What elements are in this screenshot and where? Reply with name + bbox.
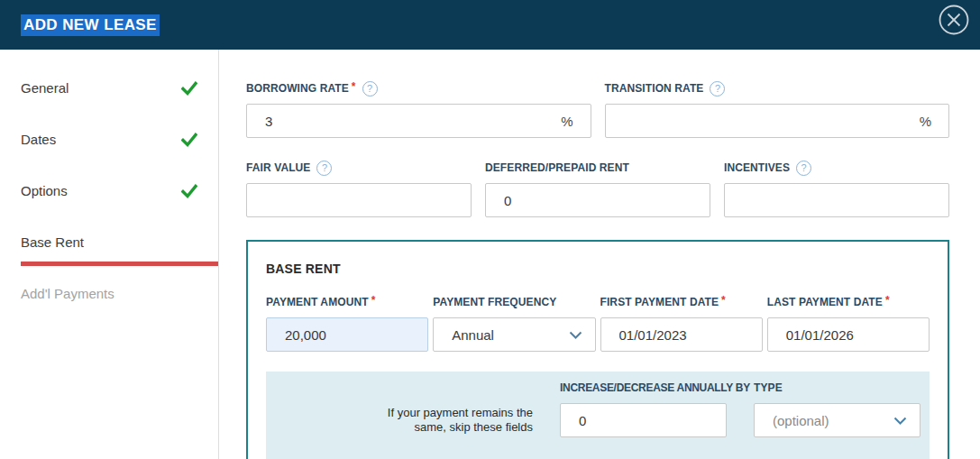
transition-rate-field: TRANSITION RATE ? % [605, 81, 950, 138]
help-icon[interactable]: ? [362, 81, 378, 96]
required-asterisk: * [721, 294, 726, 307]
help-icon[interactable]: ? [316, 161, 332, 176]
required-asterisk: * [885, 294, 890, 307]
type-select[interactable]: (optional) [754, 403, 920, 437]
incentives-label: INCENTIVES [724, 161, 790, 174]
sidebar-item-label: General [21, 80, 181, 96]
type-field: TYPE (optional) [754, 381, 920, 453]
transition-rate-input[interactable] [605, 104, 950, 138]
chevron-down-icon [893, 417, 907, 425]
close-button[interactable] [937, 4, 971, 38]
fair-value-field: FAIR VALUE ? [246, 161, 472, 217]
selected-value: (optional) [773, 413, 893, 428]
check-icon [181, 133, 197, 147]
fair-value-input[interactable] [246, 183, 472, 217]
check-icon [181, 81, 197, 96]
incentives-field: INCENTIVES ? [724, 161, 949, 217]
payment-amount-input[interactable] [266, 317, 428, 352]
increase-decrease-input[interactable] [560, 403, 727, 437]
percent-suffix: % [920, 114, 931, 129]
first-payment-date-field: FIRST PAYMENT DATE * [600, 295, 763, 352]
payment-frequency-field: PAYMENT FREQUENCY Annual [433, 295, 595, 352]
sidebar-item-label: Dates [21, 132, 181, 147]
borrowing-rate-field: BORROWING RATE * ? % [246, 81, 591, 138]
help-icon[interactable]: ? [710, 81, 725, 96]
fair-value-label: FAIR VALUE [246, 161, 310, 174]
sidebar-item-label: Base Rent [21, 234, 197, 250]
payment-amount-field: PAYMENT AMOUNT * [266, 295, 428, 352]
escalation-helper: If your payment remains the same, skip t… [284, 381, 533, 453]
payment-frequency-select[interactable]: Annual [433, 317, 595, 352]
sidebar: General Dates Options Base Rent Add'l Pa… [0, 50, 219, 459]
sidebar-item-dates[interactable]: Dates [0, 114, 218, 165]
sidebar-item-options[interactable]: Options [0, 165, 218, 216]
increase-decrease-field: INCREASE/DECREASE ANNUALLY BY [560, 381, 727, 453]
escalation-helper-text: If your payment remains the same, skip t… [378, 406, 533, 435]
borrowing-rate-label: BORROWING RATE [246, 82, 349, 95]
last-payment-date-label: LAST PAYMENT DATE [767, 296, 883, 308]
help-icon[interactable]: ? [796, 161, 811, 176]
transition-rate-label: TRANSITION RATE [605, 82, 704, 95]
borrowing-rate-input[interactable] [246, 104, 591, 138]
close-icon [938, 4, 970, 36]
sidebar-item-addl-payments[interactable]: Add'l Payments [0, 268, 218, 319]
required-asterisk: * [352, 80, 356, 93]
sidebar-item-base-rent[interactable]: Base Rent [0, 216, 218, 268]
payment-frequency-label: PAYMENT FREQUENCY [433, 296, 556, 308]
base-rent-section-title: BASE RENT [266, 262, 930, 276]
escalation-panel: If your payment remains the same, skip t… [266, 372, 930, 459]
first-payment-date-label: FIRST PAYMENT DATE [600, 296, 719, 308]
check-icon [181, 184, 197, 198]
first-payment-date-input[interactable] [600, 317, 763, 352]
sidebar-item-label: Options [21, 183, 181, 198]
deferred-prepaid-rent-field: DEFERRED/PREPAID RENT [485, 161, 710, 217]
selected-value: Annual [452, 327, 568, 343]
sidebar-item-general[interactable]: General [0, 62, 218, 114]
type-label: TYPE [754, 381, 783, 394]
deferred-prepaid-rent-label: DEFERRED/PREPAID RENT [485, 161, 629, 174]
incentives-input[interactable] [724, 183, 949, 217]
increase-decrease-label: INCREASE/DECREASE ANNUALLY BY [560, 381, 750, 394]
required-asterisk: * [371, 294, 376, 307]
deferred-prepaid-rent-input[interactable] [485, 183, 710, 217]
dialog-header: ADD NEW LEASE [0, 0, 980, 50]
dialog-title: ADD NEW LEASE [21, 14, 160, 36]
payment-amount-label: PAYMENT AMOUNT [266, 296, 369, 308]
chevron-down-icon [569, 331, 582, 339]
form-content: BORROWING RATE * ? % TRANSITION RATE ? % [220, 50, 980, 459]
last-payment-date-field: LAST PAYMENT DATE * [767, 295, 930, 352]
base-rent-section: BASE RENT PAYMENT AMOUNT * PAYMENT FREQU… [246, 240, 949, 459]
percent-suffix: % [561, 114, 572, 129]
active-item-indicator [21, 262, 218, 266]
last-payment-date-input[interactable] [767, 317, 930, 352]
sidebar-item-label: Add'l Payments [21, 286, 197, 301]
